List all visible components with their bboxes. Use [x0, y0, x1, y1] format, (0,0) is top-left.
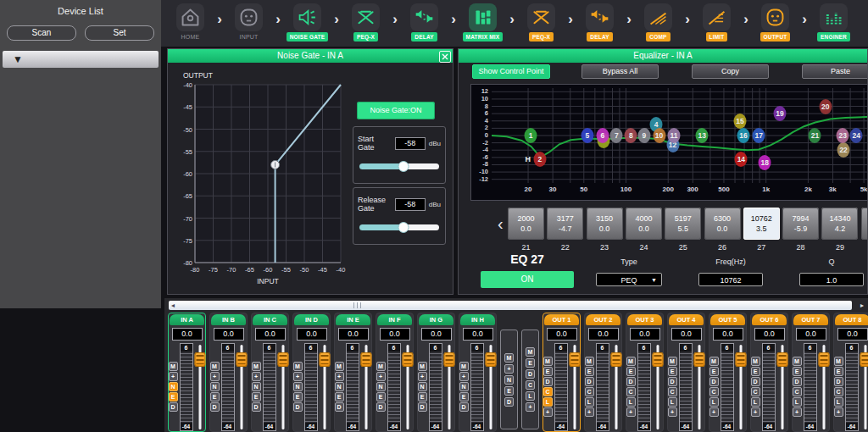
strip-button-M[interactable]: M	[543, 357, 553, 366]
band-cell-27[interactable]: 107623.5	[743, 208, 780, 240]
eq-control-point-13[interactable]: 13	[696, 128, 709, 143]
strip-button-plus[interactable]: +	[459, 372, 469, 381]
fader-handle[interactable]	[443, 352, 454, 367]
strip-button-N[interactable]: N	[293, 382, 303, 391]
strip-button-E[interactable]: E	[709, 367, 719, 376]
show-control-point-button[interactable]: Show Control Point	[472, 64, 550, 79]
channel-header[interactable]: IN D	[294, 314, 329, 325]
strip-button-E[interactable]: E	[459, 392, 469, 402]
strip-button-D[interactable]: D	[459, 402, 469, 412]
fader-handle[interactable]	[402, 352, 413, 367]
scroll-right-icon[interactable]: ▸	[860, 301, 864, 310]
channel-header[interactable]: OUT 2	[586, 314, 620, 325]
channel-gain-value[interactable]: 0.0	[255, 328, 286, 341]
strip-button-E[interactable]: E	[418, 392, 427, 402]
strip-button-C[interactable]: C	[793, 387, 802, 396]
toolbar-item-output[interactable]: OUTPUT	[749, 3, 801, 42]
channel-gain-value[interactable]: 0.0	[214, 328, 244, 341]
strip-button-D[interactable]: D	[210, 402, 220, 412]
band-cell-22[interactable]: 3177-4.7	[547, 208, 583, 240]
channel-header[interactable]: IN G	[419, 314, 453, 325]
strip-button-D[interactable]: D	[834, 377, 843, 386]
strip-button-M[interactable]: M	[585, 357, 594, 366]
channel-gain-value[interactable]: 0.0	[754, 328, 785, 341]
strip-button-N[interactable]: N	[210, 382, 220, 391]
channel-header[interactable]: OUT 1	[544, 314, 579, 325]
eq-control-point-14[interactable]: 14	[735, 152, 748, 167]
toolbar-item-delay[interactable]: DELAY	[398, 3, 450, 42]
channels-horizontal-scrollbar[interactable]: ◂ ▸	[169, 301, 852, 310]
band-cell-26[interactable]: 63000.0	[704, 208, 741, 240]
slider-thumb[interactable]	[398, 161, 409, 172]
strip-button-L[interactable]: L	[668, 397, 677, 407]
strip-button-M[interactable]: M	[709, 357, 719, 366]
band-cell-21[interactable]: 20000.0	[508, 208, 544, 240]
strip-button-M[interactable]: M	[210, 362, 220, 371]
fader-handle[interactable]	[319, 352, 330, 367]
noise-gate-graph[interactable]: -40-45-50-55-60-65-70-75-80-80-75-70-65-…	[171, 68, 351, 293]
eq-control-point-7[interactable]: 7	[610, 128, 623, 143]
bus-button-D[interactable]: D	[526, 369, 535, 379]
strip-button-M[interactable]: M	[459, 362, 469, 371]
channel-header[interactable]: OUT 5	[710, 314, 745, 325]
channel-gain-value[interactable]: 0.0	[172, 328, 203, 341]
channel-header[interactable]: IN C	[253, 314, 287, 325]
channel-gain-value[interactable]: 0.0	[463, 328, 493, 341]
eq-control-point-23[interactable]: 23	[837, 128, 849, 143]
eq-control-point-8[interactable]: 8	[625, 128, 637, 143]
strip-button-D[interactable]: D	[335, 402, 344, 412]
toolbar-item-noise-gate[interactable]: NOISE GATE	[281, 3, 333, 42]
bus-button-D[interactable]: D	[504, 397, 514, 407]
band-cell-partial[interactable]	[861, 208, 868, 240]
eq-control-point-6[interactable]: 6	[596, 128, 609, 143]
strip-button-E[interactable]: E	[585, 367, 594, 376]
toolbar-item-peq-x[interactable]: PEQ-X	[515, 3, 567, 42]
device-dropdown[interactable]: ▼	[3, 51, 159, 68]
strip-button-E[interactable]: E	[335, 392, 344, 402]
strip-button-plus[interactable]: +	[169, 372, 178, 381]
strip-button-E[interactable]: E	[793, 367, 802, 376]
strip-button-M[interactable]: M	[293, 362, 303, 371]
eq-control-point-20[interactable]: 20	[819, 99, 832, 114]
strip-button-D[interactable]: D	[626, 377, 636, 386]
channel-gain-value[interactable]: 0.0	[297, 328, 327, 341]
band-cell-28[interactable]: 7994-5.9	[782, 208, 819, 240]
fader-handle[interactable]	[860, 352, 868, 367]
eq-control-point-21[interactable]: 21	[809, 128, 821, 143]
strip-button-C[interactable]: C	[626, 387, 636, 396]
eq-control-point-5[interactable]: 5	[581, 128, 593, 143]
eq-control-point-10[interactable]: 10	[653, 128, 665, 143]
scrollbar-grip[interactable]	[353, 302, 362, 308]
toolbar-item-peq-x[interactable]: PEQ-X	[340, 3, 392, 42]
strip-button-E[interactable]: E	[210, 392, 220, 402]
eq-control-point-16[interactable]: 16	[737, 128, 750, 143]
type-dropdown[interactable]: PEQ ▼	[596, 273, 662, 286]
channel-header[interactable]: IN A	[170, 314, 204, 325]
strip-button-N[interactable]: N	[335, 382, 344, 391]
strip-button-E[interactable]: E	[376, 392, 386, 402]
eq-control-point-18[interactable]: 18	[759, 155, 771, 170]
strip-button-E[interactable]: E	[751, 367, 760, 376]
strip-button-N[interactable]: N	[376, 382, 386, 391]
channel-gain-value[interactable]: 0.0	[796, 328, 826, 341]
scan-button[interactable]: Scan	[7, 25, 76, 41]
fader-handle[interactable]	[569, 352, 580, 367]
strip-button-D[interactable]: D	[293, 402, 303, 412]
strip-button-plus[interactable]: +	[543, 407, 553, 417]
strip-button-L[interactable]: L	[626, 397, 636, 407]
strip-button-E[interactable]: E	[169, 392, 178, 402]
strip-button-L[interactable]: L	[834, 397, 843, 407]
strip-button-M[interactable]: M	[793, 357, 802, 366]
fader-handle[interactable]	[485, 352, 496, 367]
freq-field[interactable]: 10762	[698, 273, 763, 286]
strip-button-C[interactable]: C	[751, 387, 760, 396]
strip-button-L[interactable]: L	[709, 397, 719, 407]
release-gate-slider[interactable]	[359, 224, 439, 230]
channel-gain-value[interactable]: 0.0	[547, 328, 577, 341]
strip-button-N[interactable]: N	[418, 382, 427, 391]
strip-button-plus[interactable]: +	[834, 407, 843, 417]
strip-button-M[interactable]: M	[335, 362, 344, 371]
strip-button-plus[interactable]: +	[709, 407, 719, 417]
channel-gain-value[interactable]: 0.0	[380, 328, 410, 341]
scroll-left-icon[interactable]: ◂	[171, 301, 175, 310]
